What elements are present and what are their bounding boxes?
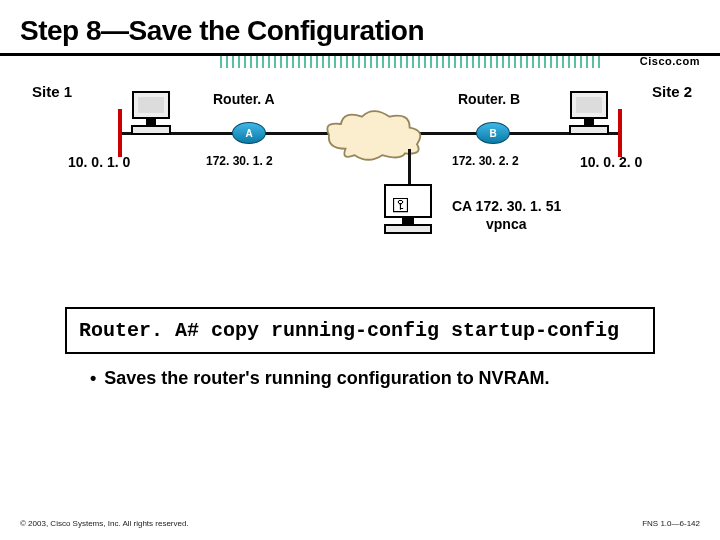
network-diagram: Site 1 Site 2 Router. A Router. B Intern… [20, 79, 700, 279]
router-a-ip: 172. 30. 1. 2 [206, 154, 273, 168]
router-b-letter: B [489, 128, 496, 139]
ca-name: vpnca [452, 215, 561, 233]
bullet-line: •Saves the router's running configuratio… [90, 368, 700, 389]
site2-net: 10. 0. 2. 0 [580, 154, 642, 170]
copyright: © 2003, Cisco Systems, Inc. All rights r… [20, 519, 189, 528]
ca-server-icon: ⚿ [380, 184, 436, 236]
slide-number: FNS 1.0—6-142 [642, 519, 700, 528]
page-title: Step 8—Save the Configuration [20, 15, 700, 47]
router-b-ip: 172. 30. 2. 2 [452, 154, 519, 168]
key-icon: ⚿ [392, 195, 410, 216]
site2-link [618, 109, 622, 157]
site2-label: Site 2 [652, 83, 692, 100]
pc-site2-icon [566, 91, 612, 137]
ca-link [408, 149, 411, 189]
router-a-icon: A [232, 122, 266, 144]
title-rule: Cisco.com [20, 53, 700, 73]
ca-ip: CA 172. 30. 1. 51 [452, 197, 561, 215]
pc-site1-icon [128, 91, 174, 137]
router-b-label: Router. B [458, 91, 520, 107]
command-box: Router. A# copy running-config startup-c… [65, 307, 655, 354]
bullet-text: Saves the router's running configuration… [104, 368, 549, 388]
internet-cloud-icon [318, 107, 428, 163]
site1-label: Site 1 [32, 83, 72, 100]
router-a-label: Router. A [213, 91, 275, 107]
router-b-icon: B [476, 122, 510, 144]
command-prompt: Router. A# [79, 319, 211, 342]
brand-label: Cisco.com [640, 55, 700, 67]
site1-link [118, 109, 122, 157]
command-text: copy running-config startup-config [211, 319, 619, 342]
bullet-dot: • [90, 368, 96, 388]
router-a-letter: A [245, 128, 252, 139]
